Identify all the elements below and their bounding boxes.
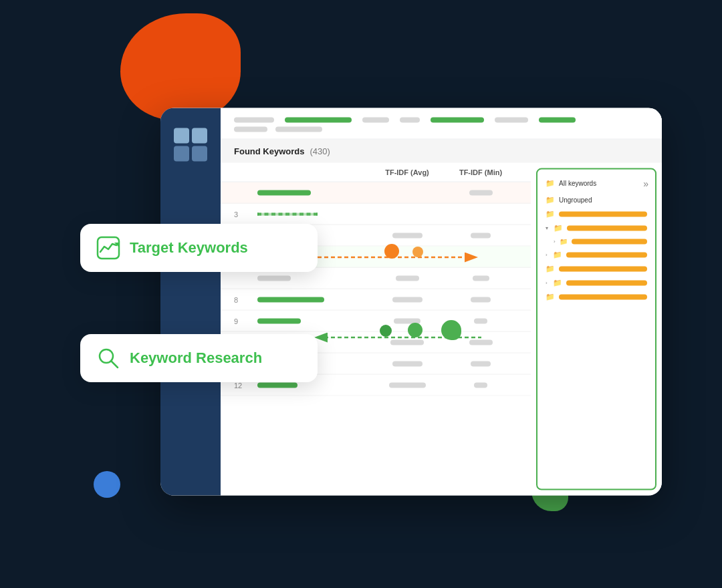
topbar-bar-3	[362, 118, 389, 123]
cell-keyword	[257, 275, 370, 281]
col-tfidf-avg: TF-IDF (Avg)	[370, 168, 444, 176]
cell-tfidf-avg	[370, 297, 444, 302]
tfidf-min-pill	[474, 318, 487, 323]
folder-icon-orange: 📁	[546, 293, 555, 301]
panel-item-group2[interactable]: ▾ 📁	[544, 221, 648, 235]
folder-icon-orange: 📁	[553, 279, 562, 287]
folder-icon-orange: 📁	[553, 251, 562, 259]
keyword-research-card-icon	[96, 346, 120, 370]
cell-tfidf-min	[444, 275, 517, 281]
folder-icon-orange: 📁	[546, 265, 555, 273]
expand-arrow: ›	[546, 280, 548, 286]
keyword-research-label: Keyword Research	[130, 349, 262, 367]
top-bar-row-1	[234, 118, 648, 123]
content-area: Found Keywords (430) TF-IDF (Avg) TF-IDF…	[221, 108, 662, 496]
tfidf-min-pill	[474, 382, 487, 388]
panel-item-group5[interactable]: › 📁	[544, 276, 648, 290]
tfidf-avg-pill	[389, 382, 426, 388]
tfidf-min-pill	[469, 339, 493, 345]
folder-icon: 📁	[546, 179, 555, 188]
svg-line-3	[111, 361, 118, 368]
search-icon	[96, 346, 120, 370]
col-tfidf-min: TF-IDF (Min)	[444, 168, 517, 176]
cell-keyword	[257, 382, 370, 388]
cell-tfidf-min	[444, 361, 517, 366]
table-row: 8	[221, 289, 531, 311]
cell-tfidf-min	[444, 190, 517, 195]
green-dot-small	[380, 325, 392, 337]
group-bar	[559, 294, 647, 299]
table-row: 3	[221, 204, 531, 225]
group-bar	[572, 239, 647, 244]
orange-dot-small	[412, 247, 423, 257]
cell-tfidf-avg	[370, 233, 444, 238]
chart-icon	[96, 236, 120, 260]
tfidf-min-pill	[471, 361, 491, 366]
logo-square-2	[192, 128, 207, 144]
topbar-row2-bar-1	[234, 127, 267, 132]
tfidf-avg-pill	[392, 297, 423, 302]
target-keywords-card-icon	[96, 236, 120, 260]
group-bar	[567, 225, 647, 231]
folder-icon-ungrouped: 📁	[546, 196, 555, 204]
cell-tfidf-avg	[370, 382, 444, 388]
cell-keyword	[257, 190, 370, 195]
cell-tfidf-avg	[370, 361, 444, 366]
panel-item-subgroup[interactable]: › 📁	[544, 235, 648, 248]
logo-square-1	[174, 128, 189, 144]
expand-arrow: ›	[546, 252, 548, 258]
topbar-bar-1	[234, 118, 274, 123]
green-dot-med	[408, 323, 423, 337]
keyword-panel: 📁 All keywords » 📁 Ungrouped 📁	[536, 168, 656, 490]
panel-item-group6[interactable]: 📁	[544, 290, 648, 304]
keyword-bar	[257, 382, 297, 388]
panel-chevron-button[interactable]: »	[643, 178, 648, 188]
top-bar	[221, 108, 662, 140]
cell-num: 8	[234, 295, 257, 303]
tfidf-avg-pill	[392, 233, 423, 238]
expand-arrow: ›	[554, 239, 556, 245]
cell-keyword	[257, 297, 370, 302]
found-keywords-bar: Found Keywords (430)	[221, 140, 662, 163]
col-keyword	[257, 168, 370, 176]
orange-dot-large	[384, 244, 399, 259]
logo-square-4	[192, 146, 207, 162]
table-row: 9	[221, 311, 531, 332]
target-keywords-card: Target Keywords	[80, 224, 318, 272]
cell-num: 9	[234, 317, 257, 325]
folder-icon-orange: 📁	[546, 210, 555, 218]
found-keywords-count: (430)	[310, 146, 330, 156]
sidebar	[160, 108, 221, 496]
topbar-row2-bar-2	[275, 127, 322, 132]
folder-icon-orange: 📁	[554, 224, 563, 233]
keyword-bar	[257, 318, 301, 323]
tfidf-min-pill	[469, 190, 493, 195]
panel-item-group3[interactable]: › 📁	[544, 248, 648, 262]
panel-item-group4[interactable]: 📁	[544, 262, 648, 276]
cell-tfidf-avg	[370, 275, 444, 281]
app-card: Found Keywords (430) TF-IDF (Avg) TF-IDF…	[160, 108, 662, 496]
tfidf-min-pill	[471, 297, 491, 302]
table-main: TF-IDF (Avg) TF-IDF (Min)	[221, 163, 531, 496]
panel-header: 📁 All keywords »	[544, 176, 648, 190]
panel-item-group1[interactable]: 📁	[544, 207, 648, 221]
topbar-bar-6	[495, 118, 528, 123]
panel-item-ungrouped[interactable]: 📁 Ungrouped	[544, 193, 648, 207]
keyword-bar	[257, 190, 311, 195]
tfidf-min-pill	[471, 233, 491, 238]
topbar-bar-5	[431, 118, 484, 123]
topbar-bar-7	[539, 118, 576, 123]
expand-arrow: ▾	[546, 225, 548, 231]
tfidf-avg-pill	[396, 275, 419, 281]
keyword-bar	[257, 275, 291, 281]
cell-tfidf-avg	[370, 318, 444, 323]
cell-tfidf-avg	[370, 339, 444, 345]
found-keywords-label: Found Keywords	[234, 146, 304, 156]
top-bar-row-2	[234, 127, 648, 132]
tfidf-avg-pill	[390, 339, 424, 345]
cell-tfidf-min	[444, 233, 517, 238]
group-bar	[559, 266, 647, 271]
main-wrapper: Found Keywords (430) TF-IDF (Avg) TF-IDF…	[60, 53, 662, 535]
group-bar	[566, 280, 647, 285]
panel-item-all-keywords[interactable]: 📁 All keywords	[544, 176, 598, 190]
